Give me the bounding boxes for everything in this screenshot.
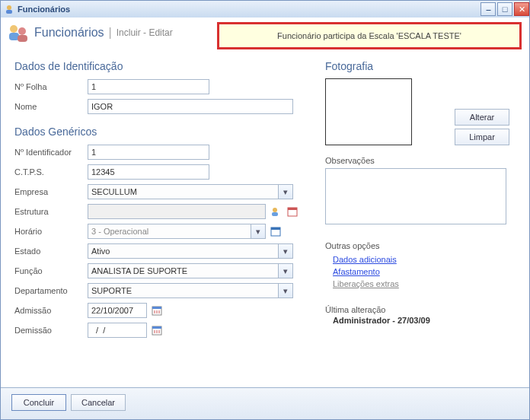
cancelar-button[interactable]: Cancelar bbox=[71, 394, 126, 411]
people-icon bbox=[7, 22, 30, 43]
chevron-down-icon[interactable]: ▾ bbox=[251, 224, 266, 239]
footer: Concluir Cancelar bbox=[1, 387, 529, 419]
combo-horario[interactable]: ▾ bbox=[88, 224, 266, 239]
left-column: Dados de Identificação Nº Folha Nome Dad… bbox=[14, 57, 304, 342]
window-title: Funcionários bbox=[18, 5, 70, 14]
notice-banner: Funcionário participa da Escala 'ESCALA … bbox=[217, 22, 522, 49]
label-admissao: Admissão bbox=[14, 306, 88, 315]
input-demissao[interactable] bbox=[88, 323, 147, 338]
svg-rect-1 bbox=[6, 10, 12, 14]
window: Funcionários ‒ □ ✕ Funcionários | Inclui… bbox=[0, 0, 530, 420]
section-obs: Observações bbox=[325, 156, 516, 165]
input-departamento[interactable] bbox=[88, 283, 278, 298]
combo-estado[interactable]: ▾ bbox=[88, 243, 293, 259]
input-admissao[interactable] bbox=[88, 303, 147, 318]
alterar-button[interactable]: Alterar bbox=[455, 109, 509, 126]
input-nome[interactable] bbox=[88, 99, 293, 114]
input-folha[interactable] bbox=[88, 79, 209, 94]
input-funcao[interactable] bbox=[88, 263, 278, 278]
svg-rect-7 bbox=[272, 212, 278, 216]
label-estado: Estado bbox=[14, 247, 88, 256]
svg-point-6 bbox=[273, 208, 277, 212]
label-departamento: Departamento bbox=[14, 286, 88, 295]
right-column: Fotografia Alterar Limpar Observações Ou… bbox=[325, 57, 516, 325]
chevron-down-icon[interactable]: ▾ bbox=[278, 243, 293, 259]
concluir-button[interactable]: Concluir bbox=[11, 394, 66, 411]
label-horario: Horário bbox=[14, 227, 88, 236]
svg-rect-18 bbox=[152, 326, 161, 329]
label-funcao: Função bbox=[14, 266, 88, 275]
combo-empresa[interactable]: ▾ bbox=[88, 184, 293, 199]
window-buttons: ‒ □ ✕ bbox=[479, 2, 529, 16]
label-identificador: Nº Identificador bbox=[14, 148, 88, 157]
svg-point-2 bbox=[10, 25, 18, 33]
svg-rect-13 bbox=[152, 307, 161, 309]
input-ctps[interactable] bbox=[88, 164, 209, 180]
label-empresa: Empresa bbox=[14, 187, 88, 196]
notice-text: Funcionário participa da Escala 'ESCALA … bbox=[277, 31, 461, 40]
maximize-button[interactable]: □ bbox=[497, 2, 512, 16]
section-identification: Dados de Identificação bbox=[14, 60, 304, 72]
svg-rect-11 bbox=[271, 228, 280, 230]
input-identificador[interactable] bbox=[88, 145, 209, 160]
lastchange-value: Administrador - 27/03/09 bbox=[325, 316, 516, 325]
label-estrutura: Estrutura bbox=[14, 207, 88, 216]
content: Dados de Identificação Nº Folha Nome Dad… bbox=[1, 48, 529, 387]
limpar-button[interactable]: Limpar bbox=[455, 129, 509, 145]
page-title: Funcionários bbox=[34, 26, 104, 40]
label-folha: Nº Folha bbox=[14, 82, 88, 91]
label-nome: Nome bbox=[14, 102, 88, 111]
svg-rect-5 bbox=[18, 35, 27, 42]
svg-point-0 bbox=[7, 5, 11, 10]
chevron-down-icon[interactable]: ▾ bbox=[278, 263, 293, 278]
label-demissao: Demissão bbox=[14, 326, 88, 335]
calendar-icon[interactable] bbox=[150, 323, 164, 337]
textarea-obs[interactable] bbox=[325, 168, 506, 224]
lookup-person-icon[interactable] bbox=[269, 205, 283, 218]
svg-point-3 bbox=[18, 27, 26, 35]
section-generic: Dados Genéricos bbox=[14, 126, 304, 138]
minimize-button[interactable]: ‒ bbox=[481, 2, 496, 16]
label-ctps: C.T.P.S. bbox=[14, 167, 88, 177]
combo-funcao[interactable]: ▾ bbox=[88, 263, 293, 278]
input-horario[interactable] bbox=[88, 224, 251, 239]
section-lastchange: Última alteração bbox=[325, 305, 516, 314]
input-estado[interactable] bbox=[88, 243, 278, 259]
link-liberacoes[interactable]: Liberações extras bbox=[333, 279, 399, 288]
calendar-grid-icon[interactable] bbox=[286, 205, 299, 218]
link-afastamento[interactable]: Afastamento bbox=[333, 267, 380, 276]
schedule-icon[interactable] bbox=[269, 224, 283, 238]
app-icon bbox=[4, 4, 14, 14]
section-other: Outras opções bbox=[325, 241, 516, 250]
photo-buttons: Alterar Limpar bbox=[455, 78, 509, 148]
page-mode: Incluir - Editar bbox=[117, 27, 173, 38]
titlebar: Funcionários ‒ □ ✕ bbox=[1, 1, 529, 18]
photo-frame bbox=[325, 78, 412, 145]
input-estrutura bbox=[88, 204, 266, 219]
svg-rect-9 bbox=[288, 208, 297, 210]
chevron-down-icon[interactable]: ▾ bbox=[278, 283, 293, 298]
calendar-icon[interactable] bbox=[150, 304, 164, 317]
combo-departamento[interactable]: ▾ bbox=[88, 283, 293, 298]
link-dados-adicionais[interactable]: Dados adicionais bbox=[333, 255, 397, 264]
section-photo: Fotografia bbox=[325, 60, 516, 72]
input-empresa[interactable] bbox=[88, 184, 278, 199]
separator: | bbox=[109, 26, 112, 40]
chevron-down-icon[interactable]: ▾ bbox=[278, 184, 293, 199]
close-button[interactable]: ✕ bbox=[514, 2, 529, 16]
